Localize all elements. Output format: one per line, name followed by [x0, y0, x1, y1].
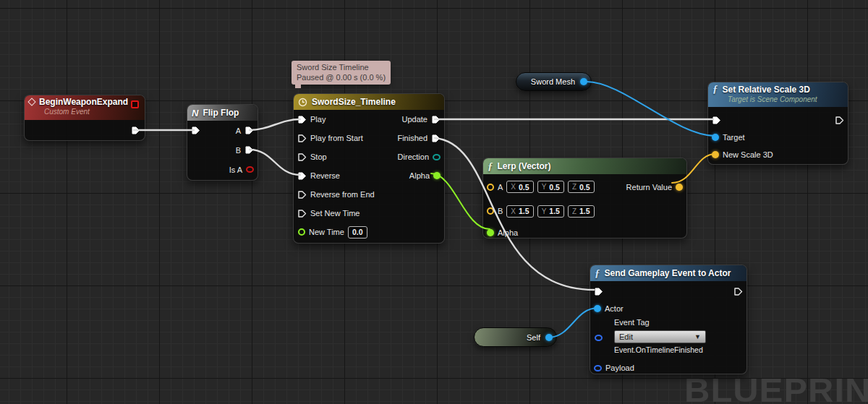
- exec-out-b-pin[interactable]: [244, 145, 254, 155]
- pin-label-alpha: Alpha: [498, 228, 518, 237]
- node-header-lerp[interactable]: ƒ Lerp (Vector): [483, 158, 686, 174]
- node-sword-mesh-getter[interactable]: Sword Mesh: [516, 72, 592, 91]
- send-event-tag-block: Event Tag Edit ▼ Event.OnTimelineFinishe…: [590, 317, 746, 355]
- exec-in-reverse-pin[interactable]: [297, 171, 307, 181]
- pin-label-direction: Direction: [398, 152, 429, 161]
- lerp-b-y-input[interactable]: Y1.5: [537, 205, 564, 218]
- flipflop-row-isa: Is A: [187, 160, 258, 179]
- exec-in-pin[interactable]: [191, 126, 200, 135]
- pin-label-reverse: Reverse: [310, 171, 340, 180]
- exec-out-pin[interactable]: [835, 116, 844, 125]
- function-icon: ƒ: [712, 84, 718, 95]
- node-header-flip-flop[interactable]: N Flip Flop: [187, 105, 258, 121]
- exec-out-a-pin[interactable]: [244, 126, 254, 135]
- node-flip-flop[interactable]: N Flip Flop A B Is A: [187, 104, 258, 181]
- exec-out-finished-pin[interactable]: [431, 134, 441, 143]
- vector-in-b-pin[interactable]: [487, 207, 494, 215]
- lerp-b-z-input[interactable]: Z1.5: [568, 205, 595, 218]
- lerp-row-b: B X1.5 Y1.5 Z1.5: [483, 199, 686, 223]
- scale-row-target: Target: [708, 129, 848, 146]
- node-title: SwordSize_Timeline: [312, 97, 396, 107]
- pin-label-return-value: Return Value: [626, 183, 672, 192]
- object-in-target-pin[interactable]: [712, 134, 719, 141]
- timeline-row-new-time: New Time 0.0: [294, 223, 444, 241]
- event-tag-value: Event.OnTimelineFinished: [614, 345, 746, 355]
- scale-row-new-scale: New Scale 3D: [708, 146, 848, 163]
- exec-in-play-pin[interactable]: [297, 115, 307, 124]
- node-subtitle: Custom Event: [44, 108, 139, 116]
- exec-out-pin[interactable]: [131, 126, 140, 135]
- lerp-b-x-input[interactable]: X1.5: [506, 205, 533, 218]
- node-send-gameplay-event[interactable]: ƒ Send Gameplay Event to Actor Actor Eve…: [590, 265, 747, 374]
- node-header-timeline[interactable]: SwordSize_Timeline: [294, 94, 444, 110]
- bool-out-pin-is-a[interactable]: [246, 166, 254, 173]
- blueprint-graph-canvas[interactable]: BLUEPRINT BeginWeaponExpand Custom Event…: [0, 0, 868, 404]
- node-title: BeginWeaponExpand: [39, 97, 128, 107]
- timeline-row-set-new-time: Set New Time: [294, 204, 444, 223]
- send-row-actor: Actor: [590, 300, 746, 317]
- exec-in-reverse-from-end-pin[interactable]: [297, 190, 307, 199]
- custom-event-icon: [27, 98, 35, 106]
- pin-label-set-new-time: Set New Time: [310, 209, 359, 218]
- pin-label-new-time: New Time: [309, 228, 344, 236]
- pin-label-finished: Finished: [397, 134, 427, 142]
- flipflop-icon: N: [192, 108, 198, 119]
- timeline-row-playfromstart-finished: Play from Start Finished: [294, 129, 444, 147]
- pin-label-play-from-start: Play from Start: [310, 134, 363, 142]
- lerp-a-y-input[interactable]: Y0.5: [537, 181, 564, 193]
- timeline-row-reverse-from-end: Reverse from End: [294, 185, 444, 204]
- send-row-payload: Payload: [590, 359, 746, 377]
- vector-out-return-pin[interactable]: [676, 184, 683, 191]
- lerp-row-a: A X0.5 Y0.5 Z0.5 Return Value: [483, 174, 686, 199]
- node-title: Flip Flop: [203, 108, 239, 118]
- pin-label-reverse-from-end: Reverse from End: [310, 190, 375, 199]
- exec-in-play-from-start-pin[interactable]: [297, 134, 307, 143]
- float-in-alpha-pin[interactable]: [487, 229, 494, 236]
- struct-in-payload-pin[interactable]: [594, 365, 602, 371]
- exec-in-set-new-time-pin[interactable]: [297, 209, 307, 218]
- function-icon: ƒ: [488, 161, 493, 172]
- pin-label-event-tag: Event Tag: [614, 317, 746, 327]
- pin-label-stop: Stop: [310, 152, 327, 161]
- struct-in-event-tag-pin[interactable]: [595, 335, 603, 341]
- node-header-send-gameplay-event[interactable]: ƒ Send Gameplay Event to Actor: [590, 265, 746, 281]
- lerp-a-z-input[interactable]: Z0.5: [568, 181, 595, 193]
- timeline-tooltip: Sword Size Timeline Paused @ 0.00 s (0.0…: [292, 61, 391, 85]
- exec-out-pin[interactable]: [733, 287, 743, 296]
- float-out-alpha-pin[interactable]: [433, 172, 441, 179]
- pin-label-new-scale-3d: New Scale 3D: [723, 150, 773, 159]
- exec-in-pin[interactable]: [594, 287, 603, 296]
- object-out-sword-mesh-pin[interactable]: [580, 78, 587, 85]
- timeline-clock-icon: [298, 98, 307, 107]
- exec-in-pin[interactable]: [712, 116, 721, 125]
- flipflop-row-a: A: [187, 121, 258, 140]
- object-in-actor-pin[interactable]: [594, 305, 601, 312]
- node-enabled-indicator[interactable]: [131, 100, 139, 108]
- variable-label: Self: [527, 333, 540, 342]
- new-time-value-input[interactable]: 0.0: [348, 226, 367, 238]
- vector-in-new-scale-pin[interactable]: [712, 151, 719, 158]
- exec-out-update-pin[interactable]: [431, 115, 441, 124]
- enum-out-direction-pin[interactable]: [433, 154, 441, 160]
- flipflop-row-b: B: [187, 140, 258, 160]
- node-begin-weapon-expand[interactable]: BeginWeaponExpand Custom Event: [24, 95, 145, 141]
- node-subtitle: Target is Scene Component: [728, 95, 842, 103]
- send-row-exec: [590, 283, 746, 300]
- pin-label-target: Target: [723, 133, 745, 142]
- event-tag-dropdown[interactable]: Edit ▼: [614, 330, 706, 343]
- node-lerp-vector[interactable]: ƒ Lerp (Vector) A X0.5 Y0.5 Z0.5 Return …: [482, 158, 687, 238]
- float-in-new-time-pin[interactable]: [298, 228, 305, 236]
- node-swordsize-timeline[interactable]: SwordSize_Timeline Play Update Play from…: [293, 93, 445, 244]
- variable-label: Sword Mesh: [531, 77, 575, 86]
- node-header-set-relative-scale[interactable]: ƒ Set Relative Scale 3D Target is Scene …: [708, 82, 848, 107]
- node-set-relative-scale-3d[interactable]: ƒ Set Relative Scale 3D Target is Scene …: [707, 82, 848, 165]
- pin-label-play: Play: [310, 115, 326, 124]
- lerp-a-x-input[interactable]: X0.5: [506, 181, 533, 193]
- node-header-begin-weapon-expand[interactable]: BeginWeaponExpand Custom Event: [25, 95, 145, 120]
- vector-in-a-pin[interactable]: [487, 184, 494, 191]
- exec-in-stop-pin[interactable]: [297, 152, 307, 162]
- object-out-self-pin[interactable]: [545, 334, 553, 341]
- node-self-reference[interactable]: Self: [474, 327, 557, 347]
- tooltip-line1: Sword Size Timeline: [297, 62, 386, 72]
- wire-sword-mesh-to-target[interactable]: [587, 82, 715, 136]
